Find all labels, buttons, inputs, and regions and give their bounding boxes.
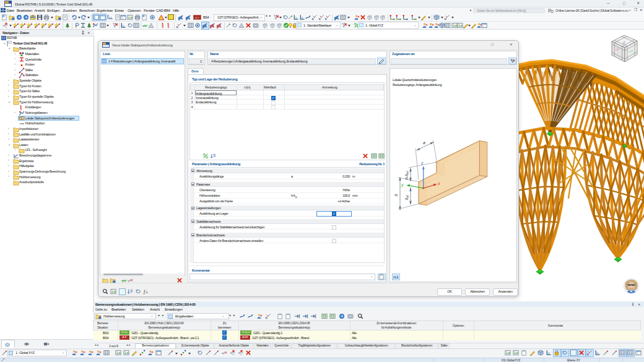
svg-text:-X: -X xyxy=(616,48,619,51)
svg-text:R: R xyxy=(393,275,396,280)
svg-text:h: h xyxy=(394,194,398,196)
svg-text:hef: hef xyxy=(404,195,409,200)
svg-text:a: a xyxy=(423,140,425,145)
svg-text:y: y xyxy=(401,183,404,187)
svg-text:x: x xyxy=(437,181,440,186)
svg-text:+Y: +Y xyxy=(629,50,633,53)
svg-text:h-hef: h-hef xyxy=(404,171,409,179)
svg-text:z: z xyxy=(420,161,424,165)
svg-text:-Z: -Z xyxy=(622,41,625,45)
svg-text:x: x xyxy=(146,290,148,294)
